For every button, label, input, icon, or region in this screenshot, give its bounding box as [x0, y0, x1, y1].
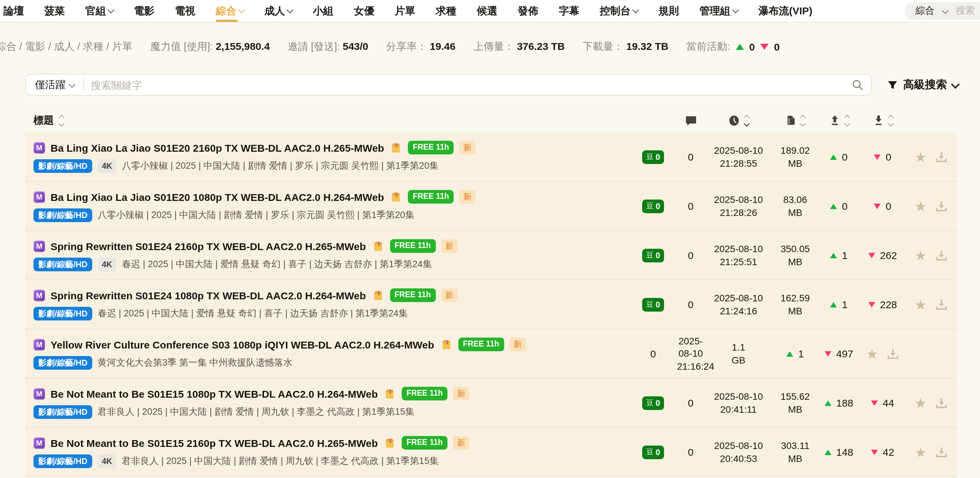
nav-item-13[interactable]: 字幕 — [559, 0, 579, 22]
nav-item-2[interactable]: 官組 — [85, 0, 113, 22]
torrent-title[interactable]: Spring Rewritten S01E24 2160p TX WEB-DL … — [51, 240, 366, 252]
nav-item-10[interactable]: 求種 — [436, 0, 457, 22]
category-badge[interactable]: 影劇/綜藝/HD — [33, 159, 92, 173]
active-filter-dropdown[interactable]: 僅活躍 — [26, 78, 83, 91]
seeders-arrow-icon — [830, 302, 837, 307]
bookmark-star-icon[interactable]: ★ — [866, 347, 878, 360]
torrent-title[interactable]: Ba Ling Xiao La Jiao S01E20 2160p TX WEB… — [51, 142, 384, 153]
header-size-column[interactable] — [773, 115, 818, 126]
table-row[interactable]: M Be Not Meant to Be S01E15 2160p TX WEB… — [25, 428, 957, 477]
torrent-title[interactable]: Be Not Meant to Be S01E15 2160p TX WEB-D… — [51, 437, 378, 449]
header-title-column[interactable]: 標題 — [25, 114, 629, 127]
breadcrumb[interactable]: 綜合 / 電影 / 成人 / 求種 / 片單 — [0, 40, 132, 53]
nav-item-14[interactable]: 控制台 — [600, 0, 638, 22]
nav-item-16[interactable]: 管理組 — [700, 0, 738, 22]
download-icon — [873, 115, 884, 126]
header-leechers-column[interactable] — [860, 115, 905, 126]
nav-item-5[interactable]: 綜合 — [216, 0, 244, 22]
download-torrent-icon[interactable] — [935, 298, 948, 311]
seeding-arrow-icon — [735, 44, 744, 50]
header-comments-column[interactable] — [677, 115, 704, 126]
download-torrent-icon[interactable] — [935, 200, 948, 212]
download-torrent-icon[interactable] — [887, 347, 899, 360]
table-row[interactable]: M Ba Ling Xiao La Jiao S01E20 1080p TX W… — [25, 182, 957, 231]
douban-rating-badge: 豆0 — [642, 150, 664, 164]
seeders-arrow-icon — [787, 351, 794, 356]
comment-count: 0 — [677, 396, 704, 409]
package-icon — [371, 289, 384, 302]
comment-count: 0 — [677, 199, 704, 213]
download-torrent-icon[interactable] — [935, 446, 948, 458]
download-torrent-icon[interactable] — [935, 151, 948, 163]
nav-item-12[interactable]: 發佈 — [518, 0, 538, 22]
bookmark-star-icon[interactable]: ★ — [915, 249, 927, 262]
new-badge: 新 — [453, 436, 469, 449]
table-row[interactable]: M Spring Rewritten S01E24 2160p TX WEB-D… — [25, 231, 957, 280]
category-badge[interactable]: 影劇/綜藝/HD — [33, 405, 92, 419]
upload-time: 2025-08-1020:40:53 — [704, 440, 773, 465]
package-icon — [390, 141, 402, 154]
comment-count: 0 — [677, 298, 704, 311]
nav-item-0[interactable]: 論壇 — [3, 0, 24, 22]
table-row[interactable]: M Be Not Meant to Be S01E15 1080p TX WEB… — [25, 379, 957, 428]
torrent-description: 春迟 | 2025 | 中国大陆 | 爱情 悬疑 奇幻 | 喜子 | 边天扬 吉… — [98, 308, 408, 320]
4k-badge: 4K — [98, 159, 116, 173]
header-time-column[interactable] — [704, 115, 773, 126]
nav-search-pill[interactable]: 綜合 搜索 — [905, 2, 980, 20]
seeders-arrow-icon — [824, 449, 831, 455]
category-badge[interactable]: 影劇/綜藝/HD — [33, 356, 92, 370]
nav-item-11[interactable]: 候選 — [477, 0, 497, 22]
nav-item-4[interactable]: 電視 — [175, 0, 196, 22]
row-actions: ★ — [905, 150, 957, 164]
nav-item-9[interactable]: 片單 — [395, 0, 415, 22]
nav-item-3[interactable]: 電影 — [134, 0, 154, 22]
table-row[interactable]: M Yellow River Culture Conference S03 10… — [25, 329, 957, 379]
torrent-cell: M Spring Rewritten S01E24 1080p TX WEB-D… — [25, 288, 629, 320]
seeders-arrow-icon — [830, 154, 837, 159]
nav-item-8[interactable]: 女優 — [354, 0, 374, 22]
nav-search-placeholder[interactable]: 搜索 — [956, 5, 975, 17]
table-row[interactable]: M Spring Rewritten S01E24 1080p TX WEB-D… — [25, 280, 957, 329]
bookmark-star-icon[interactable]: ★ — [915, 199, 927, 213]
search-icon[interactable] — [852, 79, 863, 90]
chevron-down-icon — [286, 6, 293, 13]
nav-search-category[interactable]: 綜合 — [915, 5, 935, 17]
category-badge[interactable]: 影劇/綜藝/HD — [33, 209, 92, 222]
search-input[interactable] — [84, 79, 852, 91]
bookmark-star-icon[interactable]: ★ — [915, 150, 927, 164]
stat-invites: 邀請 [發送]:543/0 — [288, 40, 368, 53]
nav-item-7[interactable]: 小組 — [313, 0, 333, 22]
nav-item-15[interactable]: 規則 — [659, 0, 679, 22]
douban-rating-badge: 豆0 — [642, 396, 664, 409]
sort-icon[interactable] — [801, 115, 805, 125]
bookmark-star-icon[interactable]: ★ — [915, 298, 927, 311]
free-badge: FREE 11h — [402, 436, 447, 449]
bookmark-star-icon[interactable]: ★ — [915, 445, 927, 459]
nav-item-17[interactable]: 瀑布流(VIP) — [758, 0, 812, 22]
leechers: 44 — [860, 397, 905, 409]
category-badge[interactable]: 影劇/綜藝/HD — [33, 454, 92, 468]
torrent-title[interactable]: Be Not Meant to Be S01E15 1080p TX WEB-D… — [51, 388, 378, 400]
torrent-title[interactable]: Yellow River Culture Conference S03 1080… — [51, 339, 434, 350]
torrent-title[interactable]: Ba Ling Xiao La Jiao S01E20 1080p TX WEB… — [51, 191, 384, 202]
table-row[interactable]: M Ba Ling Xiao La Jiao S01E20 2160p TX W… — [25, 132, 957, 182]
header-seeders-column[interactable] — [818, 115, 860, 126]
bookmark-star-icon[interactable]: ★ — [915, 396, 927, 409]
sort-icon[interactable] — [888, 115, 892, 125]
torrent-description: 八零小辣椒 | 2025 | 中国大陆 | 剧情 爱情 | 罗乐 | 宗元圆 吴… — [122, 160, 439, 172]
nav-item-1[interactable]: 菠菜 — [45, 0, 65, 22]
download-torrent-icon[interactable] — [935, 249, 948, 261]
sort-icon[interactable] — [59, 115, 64, 125]
top-nav: 論壇 菠菜 官組 電影 電視 綜合 成人 小組 女優 片單 求種 — [0, 0, 980, 22]
category-badge[interactable]: 影劇/綜藝/HD — [33, 258, 92, 271]
torrent-title[interactable]: Spring Rewritten S01E24 1080p TX WEB-DL … — [51, 289, 366, 301]
advanced-search-button[interactable]: 高級搜索 — [888, 78, 958, 92]
4k-badge: 4K — [98, 454, 116, 468]
sort-icon[interactable] — [745, 115, 749, 125]
nav-item-6[interactable]: 成人 — [264, 0, 293, 22]
sort-icon[interactable] — [845, 115, 849, 125]
stat-bonus: 魔力值 [使用]:2,155,980.4 — [150, 40, 270, 53]
category-badge[interactable]: 影劇/綜藝/HD — [33, 307, 92, 320]
seeders: 148 — [818, 446, 860, 458]
download-torrent-icon[interactable] — [935, 397, 948, 409]
